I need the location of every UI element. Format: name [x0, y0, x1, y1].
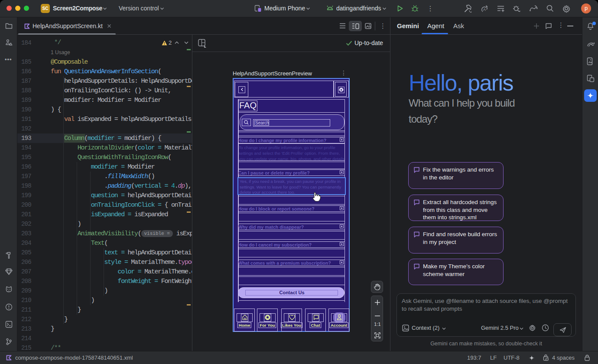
svg-text:A: A	[483, 7, 486, 12]
